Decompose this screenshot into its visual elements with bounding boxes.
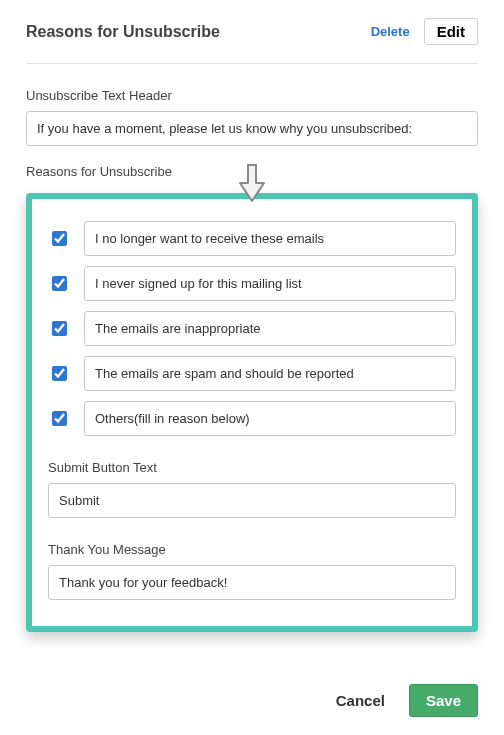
reason-text-input[interactable] [84,311,456,346]
delete-link[interactable]: Delete [371,24,410,39]
reason-text-input[interactable] [84,356,456,391]
submit-button-text-label: Submit Button Text [48,460,456,475]
thank-you-message-input[interactable] [48,565,456,600]
reason-checkbox[interactable] [52,231,67,246]
reason-row [48,401,456,436]
unsubscribe-header-label: Unsubscribe Text Header [26,88,478,103]
reason-row [48,266,456,301]
edit-button[interactable]: Edit [424,18,478,45]
reason-text-input[interactable] [84,221,456,256]
cancel-button[interactable]: Cancel [330,691,391,710]
unsubscribe-header-input[interactable] [26,111,478,146]
reason-row [48,311,456,346]
reason-checkbox[interactable] [52,366,67,381]
reason-row [48,221,456,256]
reason-checkbox[interactable] [52,321,67,336]
save-button[interactable]: Save [409,684,478,717]
unsubscribe-reasons-panel: Reasons for Unsubscribe Delete Edit Unsu… [2,0,502,656]
reasons-highlight-box: Submit Button Text Thank You Message [26,193,478,632]
panel-header: Reasons for Unsubscribe Delete Edit [26,18,478,64]
thank-you-message-label: Thank You Message [48,542,456,557]
reason-text-input[interactable] [84,266,456,301]
submit-button-text-input[interactable] [48,483,456,518]
reason-checkbox[interactable] [52,411,67,426]
reason-checkbox[interactable] [52,276,67,291]
panel-title: Reasons for Unsubscribe [26,23,220,41]
reason-row [48,356,456,391]
reason-text-input[interactable] [84,401,456,436]
reasons-list-label: Reasons for Unsubscribe [26,164,478,179]
footer-actions: Cancel Save [2,656,502,735]
panel-actions: Delete Edit [371,18,478,45]
